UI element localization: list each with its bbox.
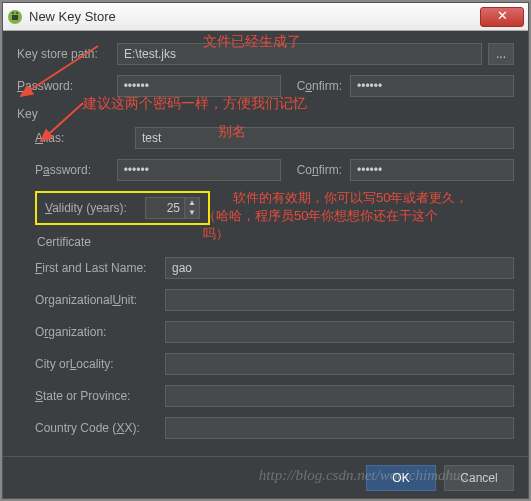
- window-title: New Key Store: [29, 9, 480, 24]
- state-input[interactable]: [165, 385, 514, 407]
- validity-highlight: Validity (years): ▲▼: [35, 191, 210, 225]
- spinner-down-icon[interactable]: ▼: [185, 208, 199, 218]
- key-confirm-input[interactable]: [350, 159, 514, 181]
- alias-input[interactable]: [135, 127, 514, 149]
- dialog-content: Key store path: ... Password: Confirm: K…: [3, 31, 528, 456]
- org-unit-input[interactable]: [165, 289, 514, 311]
- org-label: Organization:: [35, 325, 165, 339]
- titlebar[interactable]: New Key Store ✕: [3, 3, 528, 31]
- key-password-label: Password:: [35, 163, 117, 177]
- city-label: City or Locality:: [35, 357, 165, 371]
- country-input[interactable]: [165, 417, 514, 439]
- app-icon: [7, 9, 23, 25]
- alias-label: Alias:: [35, 131, 135, 145]
- button-bar: OK Cancel: [3, 456, 528, 498]
- browse-button[interactable]: ...: [488, 43, 514, 65]
- validity-spinner[interactable]: ▲▼: [145, 197, 200, 219]
- svg-point-2: [16, 12, 18, 14]
- city-input[interactable]: [165, 353, 514, 375]
- keystore-path-label: Key store path:: [17, 47, 117, 61]
- certificate-label: Certificate: [37, 235, 514, 249]
- keystore-confirm-label: Confirm:: [297, 79, 342, 93]
- keystore-path-input[interactable]: [117, 43, 482, 65]
- key-section-label: Key: [17, 107, 514, 121]
- org-unit-label: Organizational Unit:: [35, 293, 165, 307]
- dialog-window: New Key Store ✕ Key store path: ... Pass…: [2, 2, 529, 499]
- validity-input[interactable]: [145, 197, 185, 219]
- first-last-input[interactable]: [165, 257, 514, 279]
- org-input[interactable]: [165, 321, 514, 343]
- ok-button[interactable]: OK: [366, 465, 436, 491]
- first-last-label: First and Last Name:: [35, 261, 165, 275]
- cancel-button[interactable]: Cancel: [444, 465, 514, 491]
- country-label: Country Code (XX):: [35, 421, 165, 435]
- keystore-confirm-input[interactable]: [350, 75, 514, 97]
- close-button[interactable]: ✕: [480, 7, 524, 27]
- validity-label: Validity (years):: [45, 201, 145, 215]
- keystore-password-label: Password:: [17, 79, 117, 93]
- key-confirm-label: Confirm:: [297, 163, 342, 177]
- svg-point-1: [12, 12, 14, 14]
- state-label: State or Province:: [35, 389, 165, 403]
- spinner-up-icon[interactable]: ▲: [185, 198, 199, 208]
- keystore-password-input[interactable]: [117, 75, 281, 97]
- key-password-input[interactable]: [117, 159, 281, 181]
